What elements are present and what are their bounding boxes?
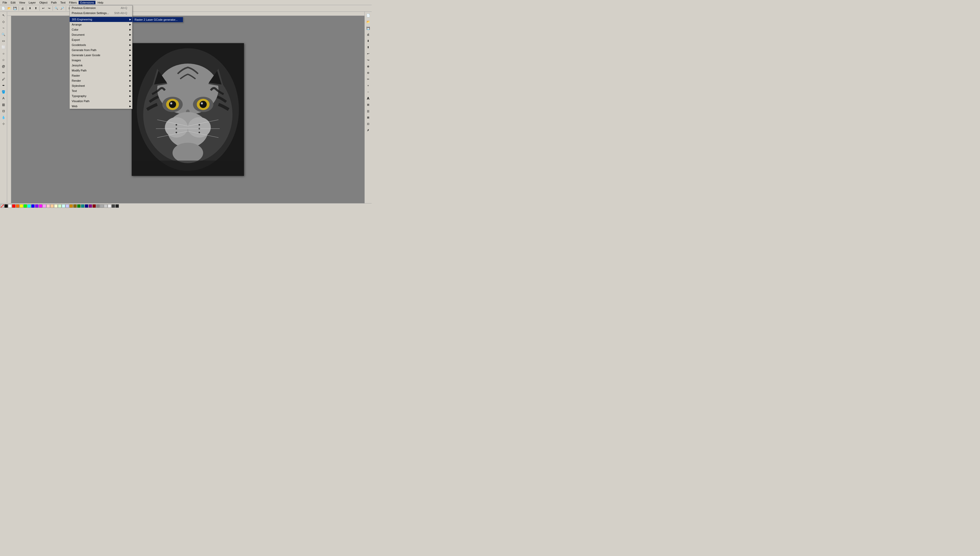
zoom-in-button[interactable]: 🔍 [53,6,59,11]
node-tool[interactable]: ◇ [0,19,6,25]
import-button[interactable]: ⬇ [27,6,33,11]
rt-zoom-out[interactable]: − [365,89,371,95]
menu-view[interactable]: View [18,1,27,4]
menu-color[interactable]: Color ▶ [69,27,132,32]
color-light-cyan[interactable] [62,204,65,208]
color-pink[interactable] [47,204,50,208]
connector-tool[interactable]: ⊡ [0,108,6,114]
rt-print[interactable]: 🖨 [365,31,371,37]
pencil-tool[interactable]: ✏ [0,70,6,76]
menu-extensions[interactable]: Extensions [79,1,95,4]
rt-cut[interactable]: ✂ [365,76,371,82]
rt-import[interactable]: ⬇ [365,38,371,44]
menu-help[interactable]: Help [96,1,105,4]
export-button[interactable]: ⬆ [33,6,39,11]
color-light-yellow[interactable] [54,204,58,208]
menu-stylesheet[interactable]: Stylesheet ▶ [69,83,132,88]
color-dark-cyan[interactable] [81,204,84,208]
menu-render[interactable]: Render ▶ [69,78,132,83]
new-button[interactable]: 📄 [0,6,6,11]
menu-jessyink[interactable]: JessyInk ▶ [69,63,132,68]
redo-button[interactable]: ↪ [46,6,52,11]
tweak-tool[interactable]: ~ [0,25,6,31]
gradient-tool[interactable]: ▥ [0,102,6,108]
color-white[interactable] [8,204,12,208]
color-grey[interactable] [96,204,100,208]
rt-export[interactable]: ⬆ [365,44,371,50]
rt-open[interactable]: 📂 [365,19,371,25]
color-blue[interactable] [31,204,35,208]
menu-path[interactable]: Path [50,1,58,4]
color-light-grey[interactable] [100,204,103,208]
menu-text[interactable]: Text ▶ [69,88,132,94]
menu-export[interactable]: Export ▶ [69,37,132,42]
color-yellow[interactable] [19,204,23,208]
rt-paste[interactable]: ⊖ [365,70,371,76]
rt-redo[interactable]: ↪ [365,57,371,63]
menu-arrange[interactable]: Arrange ▶ [69,22,132,27]
zoom-out-button[interactable]: 🔎 [60,6,65,11]
rt-copy[interactable]: ⊕ [365,63,371,70]
color-dark-magenta[interactable] [89,204,92,208]
calligraphy-tool[interactable]: ✒ [0,82,6,89]
color-light-green[interactable] [58,204,61,208]
color-cyan[interactable] [27,204,31,208]
menu-typography[interactable]: Typography ▶ [69,94,132,99]
spray-tool[interactable]: ⊹ [0,121,6,127]
menu-visualize-path[interactable]: Visualize Path ▶ [69,99,132,103]
threed-tool[interactable]: ⬜ [0,44,6,50]
menu-raster[interactable]: Raster ▶ [69,73,132,78]
rt-undo[interactable]: ↩ [365,50,371,57]
color-dark-red[interactable] [92,204,96,208]
color-dark-green[interactable] [77,204,81,208]
menu-filters[interactable]: Filters [68,1,78,4]
rt-x1[interactable]: ⊠ [365,114,371,121]
menu-images[interactable]: Images ▶ [69,58,132,63]
color-near-black[interactable] [115,204,119,208]
color-red[interactable] [12,204,16,208]
menu-generate-laser-gcode[interactable]: Generate Laser Gcode ▶ [69,53,132,58]
color-silver[interactable] [104,204,107,208]
menu-previous-extension[interactable]: Previous Extension Alt+Q [69,5,132,10]
color-light-magenta[interactable] [43,204,46,208]
pen-tool[interactable]: 🖊 [0,76,6,82]
text-tool[interactable]: A [0,95,6,101]
menu-raster2laser[interactable]: Raster 2 Laser GCode generator... [132,17,183,22]
color-orange[interactable] [16,204,19,208]
rt-grid[interactable]: ⊞ [365,102,371,108]
rt-save[interactable]: 💾 [365,25,371,31]
rt-A[interactable]: A [365,95,371,101]
color-light-blue[interactable] [66,204,69,208]
select-tool[interactable]: ↖ [0,12,6,18]
color-brown[interactable] [69,204,73,208]
dropper-tool[interactable]: 💧 [0,114,6,121]
color-near-white[interactable] [108,204,111,208]
star-tool[interactable]: ☆ [0,57,6,63]
color-magenta[interactable] [39,204,42,208]
rt-new[interactable]: 📄 [365,12,371,18]
menu-305-engineering[interactable]: 305 Engineering ▶ Raster 2 Laser GCode g… [69,17,132,22]
rt-x3[interactable]: ✗ [365,127,371,133]
color-dark-brown[interactable] [73,204,77,208]
menu-layer[interactable]: Layer [27,1,37,4]
print-button[interactable]: 🖨 [19,6,25,11]
menu-previous-extension-settings[interactable]: Previous Extension Settings... Shift+Alt… [69,10,132,16]
rt-align[interactable]: ||| [365,108,371,114]
zoom-tool[interactable]: 🔍 [0,31,6,37]
undo-button[interactable]: ↩ [40,6,46,11]
color-dark-blue[interactable] [85,204,88,208]
rect-tool[interactable]: ▭ [0,38,6,44]
menu-object[interactable]: Object [38,1,49,4]
menu-text[interactable]: Text [59,1,67,4]
menu-gcodetools[interactable]: Gcodetools ▶ [69,42,132,47]
circle-tool[interactable]: ○ [0,50,6,57]
menu-generate-from-path[interactable]: Generate from Path ▶ [69,47,132,53]
color-black[interactable] [4,204,8,208]
color-peach[interactable] [50,204,54,208]
rt-x2[interactable]: ⊡ [365,121,371,127]
color-green[interactable] [24,204,27,208]
open-button[interactable]: 📂 [6,6,12,11]
spiral-tool[interactable]: @ [0,63,6,70]
color-dark-grey[interactable] [111,204,115,208]
menu-file[interactable]: File [1,1,9,4]
